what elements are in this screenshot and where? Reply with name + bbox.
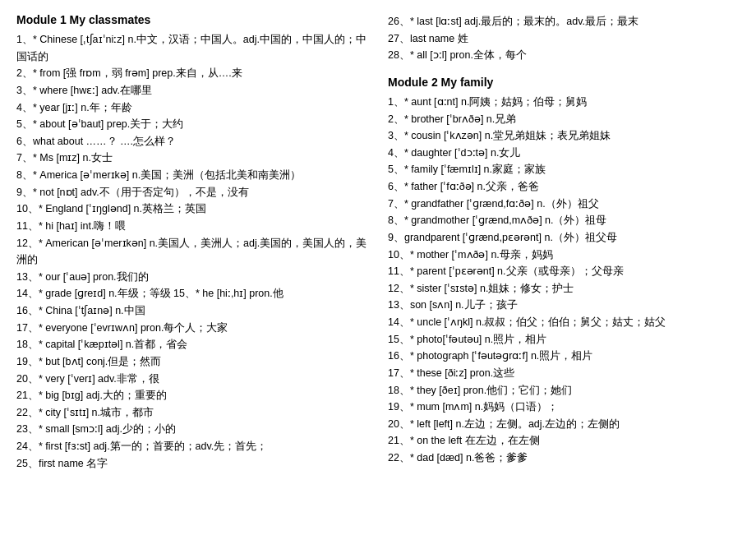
- list-item: 16、* photograph [ˈfəutəɡrɑːf] n.照片，相片: [388, 348, 740, 365]
- list-item: 13、* our [ˈauə] pron.我们的: [16, 269, 368, 286]
- list-item: 25、first name 名字: [16, 455, 368, 473]
- module1-list: 1、* Chinese [ˌtʃaɪˈniːz] n.中文，汉语；中国人。adj…: [16, 31, 368, 472]
- list-item: 22、* dad [dæd] n.爸爸；爹爹: [388, 450, 740, 467]
- list-item: 7、* grandfather [ˈɡrænd,fɑːðə] n.（外）祖父: [388, 196, 740, 213]
- list-item: 10、* England [ˈɪŋglənd] n.英格兰；英国: [16, 201, 368, 218]
- list-item: 27、last name 姓: [388, 30, 740, 48]
- list-item: 23、* small [smɔːl] adj.少的；小的: [16, 421, 368, 438]
- list-item: 20、* very [ˈverɪ] adv.非常，很: [16, 371, 368, 388]
- list-item: 1、* Chinese [ˌtʃaɪˈniːz] n.中文，汉语；中国人。adj…: [16, 31, 368, 65]
- list-item: 8、* America [əˈmerɪkə] n.美国；美洲（包括北美和南美洲）: [16, 167, 368, 184]
- list-item: 5、* family [ˈfæmɪlɪ] n.家庭；家族: [388, 161, 740, 178]
- list-item: 8、* grandmother [ˈɡrænd,mʌðə] n.（外）祖母: [388, 212, 740, 229]
- list-item: 6、* father [ˈfɑːðə] n.父亲，爸爸: [388, 178, 740, 196]
- list-item: 18、* capital [ˈkæpɪtəl] n.首都，省会: [16, 336, 368, 353]
- module1-cont-list: 26、* last [lɑːst] adj.最后的；最末的。adv.最后；最末2…: [388, 13, 740, 64]
- list-item: 21、* big [bɪg] adj.大的；重要的: [16, 387, 368, 404]
- list-item: 2、* from [强 frɒm，弱 frəm] prep.来自，从….来: [16, 65, 368, 82]
- list-item: 14、* grade [ɡreɪd] n.年级；等级 15、* he [hiː,…: [16, 285, 368, 302]
- list-item: 9、grandparent [ˈɡrænd,pɛərənt] n.（外）祖父母: [388, 229, 740, 247]
- left-column: Module 1 My classmates 1、* Chinese [ˌtʃa…: [16, 13, 368, 472]
- list-item: 16、* China [ˈtʃaɪnə] n.中国: [16, 302, 368, 320]
- list-item: 14、* uncle [ˈʌŋkl] n.叔叔；伯父；伯伯；舅父；姑丈；姑父: [388, 314, 740, 331]
- list-item: 20、* left [left] n.左边；左侧。adj.左边的；左侧的: [388, 416, 740, 433]
- list-item: 15、* photo[ˈfəutəu] n.照片，相片: [388, 331, 740, 348]
- list-item: 24、* first [fɜːst] adj.第一的；首要的；adv.先；首先；: [16, 438, 368, 455]
- list-item: 19、* mum [mʌm] n.妈妈（口语）；: [388, 399, 740, 416]
- list-item: 4、* daughter [ˈdɔːtə] n.女儿: [388, 145, 740, 162]
- list-item: 19、* but [bʌt] conj.但是；然而: [16, 353, 368, 371]
- list-item: 4、* year [jɪː] n.年；年龄: [16, 99, 368, 117]
- list-item: 26、* last [lɑːst] adj.最后的；最末的。adv.最后；最末: [388, 13, 740, 30]
- page-content: Module 1 My classmates 1、* Chinese [ˌtʃa…: [16, 13, 740, 472]
- list-item: 7、* Ms [mɪz] n.女士: [16, 150, 368, 167]
- list-item: 11、* parent [ˈpɛərənt] n.父亲（或母亲）；父母亲: [388, 263, 740, 280]
- list-item: 1、* aunt [ɑːnt] n.阿姨；姑妈；伯母；舅妈: [388, 94, 740, 111]
- list-item: 17、* these [ðiːz] pron.这些: [388, 365, 740, 382]
- list-item: 5、* about [əˈbaut] prep.关于；大约: [16, 116, 368, 133]
- list-item: 3、* cousin [ˈkʌzən] n.堂兄弟姐妹；表兄弟姐妹: [388, 127, 740, 145]
- right-column: 26、* last [lɑːst] adj.最后的；最末的。adv.最后；最末2…: [388, 13, 740, 472]
- list-item: 21、* on the left 在左边，在左侧: [388, 432, 740, 450]
- module2-title: Module 2 My family: [388, 76, 740, 89]
- list-item: 2、* brother [ˈbrʌðə] n.兄弟: [388, 111, 740, 128]
- list-item: 12、* American [əˈmerɪkən] n.美国人，美洲人；adj.…: [16, 235, 368, 269]
- list-item: 3、* where [hwɛː] adv.在哪里: [16, 82, 368, 99]
- list-item: 18、* they [ðeɪ] pron.他们；它们；她们: [388, 382, 740, 399]
- list-item: 9、* not [nɒt] adv.不（用于否定句），不是，没有: [16, 184, 368, 201]
- list-item: 10、* mother [ˈmʌðə] n.母亲，妈妈: [388, 247, 740, 264]
- list-item: 17、* everyone [ˈevrɪwʌn] pron.每个人；大家: [16, 320, 368, 337]
- list-item: 11、* hi [haɪ] int.嗨！喂: [16, 218, 368, 235]
- list-item: 22、* city [ˈsɪtɪ] n.城市，都市: [16, 404, 368, 422]
- list-item: 12、* sister [ˈsɪstə] n.姐妹；修女；护士: [388, 280, 740, 297]
- module1-title: Module 1 My classmates: [16, 13, 368, 26]
- module2-list: 1、* aunt [ɑːnt] n.阿姨；姑妈；伯母；舅妈2、* brother…: [388, 94, 740, 467]
- list-item: 28、* all [ɔːl] pron.全体，每个: [388, 47, 740, 64]
- list-item: 6、what about ……？ ….怎么样？: [16, 133, 368, 150]
- list-item: 13、son [sʌn] n.儿子；孩子: [388, 297, 740, 314]
